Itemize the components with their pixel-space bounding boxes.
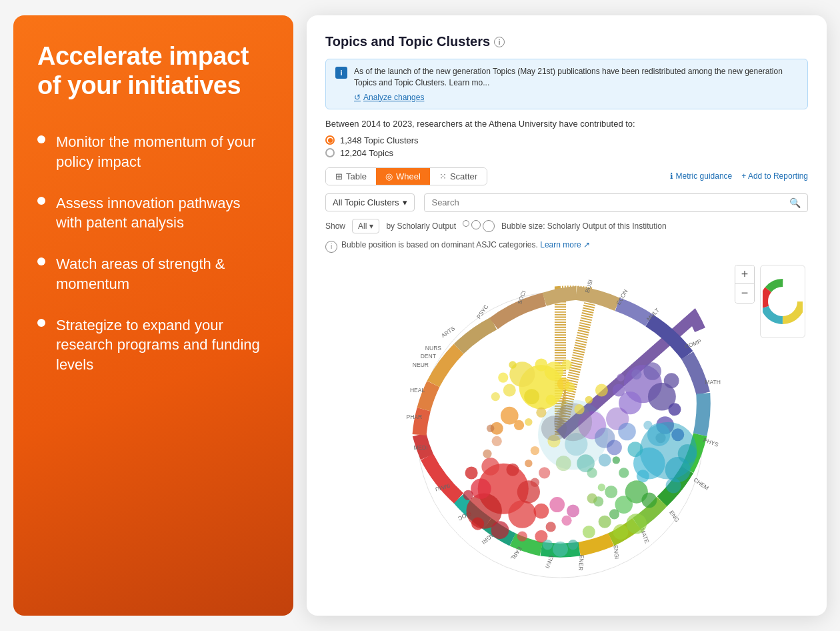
show-row: Show All ▾ by Scholarly Output Bubble si… — [325, 219, 808, 253]
bubble-red-sm1 — [533, 503, 549, 518]
bubble-scattered-19 — [565, 382, 575, 392]
table-icon: ⊞ — [335, 171, 343, 181]
scatter-icon: ⁙ — [439, 171, 447, 181]
bubble-scattered-13 — [487, 424, 494, 432]
banner-icon: i — [335, 67, 347, 79]
bubble-teal-bottom1 — [553, 541, 568, 556]
bubble-lime-3 — [599, 515, 611, 528]
bullet-dot — [37, 319, 45, 327]
label-ener: ENER — [577, 554, 585, 571]
bubble-red-xs4 — [546, 522, 556, 532]
bubble-yellow-sm3 — [503, 384, 516, 396]
bubble-scattered-15 — [525, 418, 532, 426]
label-neur: NEUR — [413, 361, 429, 368]
chevron-down-small-icon: ▾ — [369, 221, 373, 231]
right-panel: Topics and Topic Clusters i i As of the … — [307, 15, 827, 616]
bubble-scattered-3 — [539, 467, 550, 478]
tab-table[interactable]: ⊞ Table — [326, 168, 376, 185]
add-reporting-link[interactable]: + Add to Reporting — [741, 171, 808, 181]
bubble-green-med2 — [641, 492, 657, 508]
bubble-lime-1 — [627, 513, 647, 533]
bubble-pink-2 — [567, 504, 579, 517]
tab-right: ℹ Metric guidance + Add to Reporting — [670, 171, 808, 181]
bubble-position-info: i Bubble position is based on dominant A… — [325, 240, 590, 253]
radio-label-clusters: 1,348 Topic Clusters — [340, 135, 419, 145]
bubble-center-green2 — [587, 468, 597, 478]
analyze-link[interactable]: ↺ Analyze changes — [354, 93, 798, 102]
bubble-scattered-16 — [574, 404, 584, 414]
label-phar: PHAR — [406, 414, 422, 420]
metric-guidance-link[interactable]: ℹ Metric guidance — [670, 171, 733, 181]
tab-row: ⊞ Table ◎ Wheel ⁙ Scatter ℹ Metric guida… — [325, 167, 808, 185]
bubble-teal-bottom3 — [543, 540, 553, 550]
search-icon: 🔍 — [789, 197, 801, 208]
bullet-list: Monitor the momentum of your policy impa… — [37, 132, 269, 374]
bubble-scattered-11 — [492, 436, 502, 446]
bubble-scattered-4 — [531, 478, 539, 486]
bubble-purple-sm4 — [668, 403, 681, 416]
bullet-text: Assess innovation pathways with patent a… — [56, 193, 269, 233]
bubble-pink-1 — [549, 497, 565, 512]
chevron-down-icon: ▾ — [403, 197, 407, 207]
info-banner-row: i As of the launch of the new generation… — [335, 66, 798, 89]
bubble-yellow-xs5 — [535, 358, 547, 371]
radio-topics[interactable]: 12,204 Topics — [325, 148, 808, 158]
bubble-red-med2 — [471, 478, 491, 498]
bubble-scattered-8 — [613, 456, 620, 464]
bubble-scattered-1 — [531, 446, 539, 455]
left-panel: Accelerate impact of your initiatives Mo… — [13, 15, 293, 616]
tab-wheel[interactable]: ◎ Wheel — [376, 168, 430, 185]
topic-cluster-dropdown[interactable]: All Topic Clusters ▾ — [325, 193, 415, 211]
bubble-teal-sm3 — [637, 470, 649, 482]
bubble-scattered-7 — [619, 468, 629, 478]
bubble-red-xs1 — [463, 490, 473, 500]
wheel-icon: ◎ — [385, 171, 393, 181]
learn-more-link[interactable]: Learn more ↗ — [540, 240, 590, 249]
panel-title: Accelerate impact of your initiatives — [37, 42, 269, 100]
radio-circle-clusters — [325, 135, 335, 145]
bubble-yellow-xs6 — [561, 360, 571, 370]
label-eng: ENG — [668, 509, 681, 523]
title-info-icon[interactable]: i — [494, 37, 505, 47]
radio-inner-clusters — [328, 138, 333, 143]
label-earl: EARL — [509, 545, 523, 561]
bubble-teal-sm1 — [627, 442, 643, 457]
tab-scatter[interactable]: ⁙ Scatter — [430, 168, 487, 185]
bubble-purple-sm3 — [613, 384, 625, 396]
bubble-info-icon: i — [325, 241, 337, 253]
zoom-controls: + − — [735, 265, 755, 303]
label-envi: ENVI — [544, 554, 555, 569]
show-all-dropdown[interactable]: All ▾ — [352, 219, 379, 233]
bubble-red-med4 — [481, 458, 499, 476]
bullet-item: Monitor the momentum of your policy impa… — [37, 132, 269, 171]
bubble-teal-med2 — [678, 444, 697, 464]
bubble-green-sm2 — [609, 509, 619, 519]
search-input[interactable] — [431, 197, 785, 207]
bubble-purple-sm2 — [664, 373, 679, 388]
radio-topic-clusters[interactable]: 1,348 Topic Clusters — [325, 135, 808, 145]
bubble-red-large2 — [508, 500, 536, 528]
label-engi: ENGI — [613, 544, 621, 559]
bubble-red-xs2 — [471, 517, 484, 530]
bubble-red-sm3 — [507, 463, 519, 476]
main-container: Accelerate impact of your initiatives Mo… — [13, 15, 827, 616]
bubble-lime-2 — [613, 524, 629, 540]
bullet-text: Strategize to expand your research progr… — [56, 316, 269, 375]
bubble-orange-3 — [514, 420, 524, 430]
bubble-green-sm1 — [605, 486, 617, 498]
analyze-icon: ↺ — [354, 93, 361, 102]
info-banner: i As of the launch of the new generation… — [325, 59, 808, 109]
bubble-yellow-xs3 — [498, 372, 508, 382]
panel-title-text: Topics and Topic Clusters — [325, 34, 490, 49]
zoom-out-button[interactable]: − — [735, 284, 754, 303]
bubble-pink-3 — [561, 515, 571, 525]
label-chem: CHEM — [693, 476, 710, 492]
radio-label-topics: 12,204 Topics — [340, 148, 393, 158]
label-dent: DENT — [421, 353, 437, 360]
bullet-item: Watch areas of strength & momentum — [37, 254, 269, 293]
bubble-purple-xs1 — [631, 369, 641, 379]
between-text: Between 2014 to 2023, researchers at the… — [325, 119, 808, 129]
bubble-center-green — [556, 456, 571, 471]
bubble-center-blue3 — [607, 440, 622, 455]
zoom-in-button[interactable]: + — [735, 265, 754, 284]
